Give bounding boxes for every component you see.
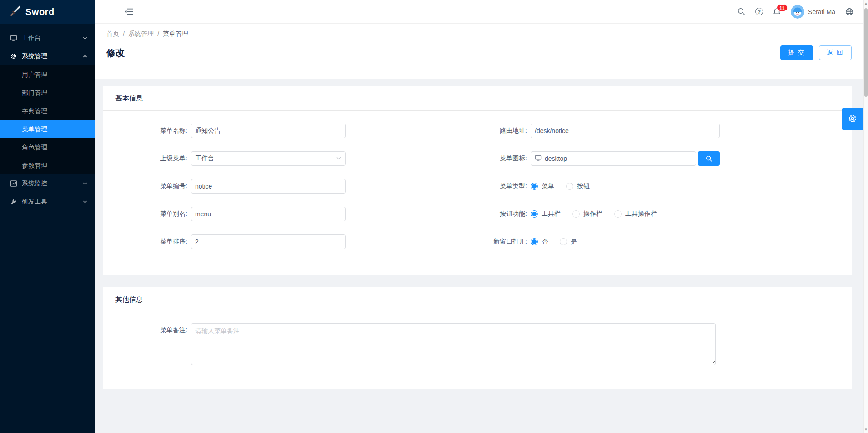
monitor-icon (535, 154, 542, 163)
scrollbar-down-arrow[interactable]: ▼ (864, 428, 868, 432)
menu-icon-label: 菜单图标: (453, 154, 531, 163)
new-window-field: 新窗口打开: 否 是 (453, 234, 841, 249)
other-info-card: 其他信息 菜单备注: (103, 287, 852, 389)
menu-name-input[interactable] (191, 124, 346, 138)
header-buttons: 提 交 返 回 (780, 45, 852, 60)
avatar (791, 5, 804, 19)
breadcrumb-system-mgmt[interactable]: 系统管理 (128, 30, 154, 38)
desktop-icon (10, 35, 18, 42)
back-button[interactable]: 返 回 (819, 45, 852, 60)
search-icon[interactable] (738, 8, 745, 15)
new-window-label: 新窗口打开: (453, 238, 531, 246)
radio-unselected-icon (560, 238, 567, 245)
app-logo[interactable]: Sword (0, 0, 95, 24)
radio-label: 是 (571, 238, 577, 246)
radio-selected-icon (531, 183, 538, 190)
breadcrumb-home[interactable]: 首页 (106, 30, 119, 38)
scrollbar-thumb[interactable] (864, 8, 868, 97)
sidebar-item-dept-mgmt[interactable]: 部门管理 (0, 84, 95, 102)
menu-sort-label: 菜单排序: (114, 238, 191, 246)
chevron-up-icon (83, 54, 87, 59)
sidebar-item-dev-tools[interactable]: 研发工具 (0, 193, 95, 211)
parent-menu-value: 工作台 (195, 154, 336, 163)
menu-remark-textarea[interactable] (191, 323, 716, 365)
radio-label: 菜单 (542, 182, 554, 190)
breadcrumb-separator: / (123, 30, 125, 38)
title-row: 修改 提 交 返 回 (106, 45, 852, 60)
button-func-radio-group: 工具栏 操作栏 工具操作栏 (531, 210, 657, 218)
user-menu[interactable]: Serati Ma (791, 5, 835, 19)
radio-selected-icon (531, 238, 538, 245)
settings-drawer-button[interactable] (842, 108, 863, 130)
sidebar-item-role-mgmt[interactable]: 角色管理 (0, 138, 95, 156)
help-icon[interactable] (755, 8, 763, 15)
scrollbar[interactable]: ▲ ▼ (863, 0, 868, 433)
menu-code-input[interactable] (191, 179, 346, 194)
chevron-down-icon (336, 155, 341, 162)
menu-icon-value: desktop (545, 155, 567, 162)
app-window: Sword 工作台 (0, 0, 868, 433)
sidebar-item-label: 系统监控 (22, 179, 83, 188)
scrollbar-up-arrow[interactable]: ▲ (864, 1, 868, 5)
wrench-icon (10, 198, 18, 206)
topbar: 11 Serati Ma (95, 0, 863, 24)
radio-selected-icon (531, 210, 538, 218)
new-window-radio-group: 否 是 (531, 238, 577, 246)
radio-func-toolbar[interactable]: 工具栏 (531, 210, 561, 218)
radio-label: 工具操作栏 (625, 210, 657, 218)
radio-func-tool-actionbar[interactable]: 工具操作栏 (614, 210, 657, 218)
sidebar-item-system-mgmt[interactable]: 系统管理 (0, 47, 95, 65)
menu-remark-field: 菜单备注: (114, 323, 841, 365)
radio-menu-type-button[interactable]: 按钮 (566, 182, 590, 190)
radio-unselected-icon (614, 210, 622, 218)
menu-sort-input[interactable] (191, 234, 346, 249)
radio-new-window-yes[interactable]: 是 (560, 238, 577, 246)
menu-icon-input[interactable]: desktop (531, 151, 696, 166)
sidebar-item-menu-mgmt[interactable]: 菜单管理 (0, 120, 95, 138)
menu-alias-label: 菜单别名: (114, 210, 191, 218)
sidebar: Sword 工作台 (0, 0, 95, 433)
form-row: 菜单排序: 新窗口打开: 否 (114, 234, 841, 249)
button-func-label: 按钮功能: (453, 210, 531, 218)
notification-bell-icon[interactable]: 11 (773, 8, 781, 16)
icon-search-button[interactable] (698, 151, 720, 166)
sidebar-menu: 工作台 系统管理 用户管理 部门管理 (0, 24, 95, 433)
parent-menu-field: 上级菜单: 工作台 (114, 151, 453, 166)
menu-name-label: 菜单名称: (114, 127, 191, 135)
menu-type-field: 菜单类型: 菜单 按钮 (453, 179, 841, 194)
radio-label: 工具栏 (542, 210, 561, 218)
page-header: 首页 / 系统管理 / 菜单管理 修改 提 交 返 回 (95, 24, 863, 79)
radio-func-actionbar[interactable]: 操作栏 (572, 210, 602, 218)
chevron-down-icon (83, 199, 87, 204)
sidebar-item-workbench[interactable]: 工作台 (0, 29, 95, 47)
menu-type-radio-group: 菜单 按钮 (531, 182, 590, 190)
main-area: 11 Serati Ma (95, 0, 863, 433)
basic-info-title: 基本信息 (103, 86, 852, 111)
sidebar-item-label: 工作台 (22, 34, 83, 42)
parent-menu-select[interactable]: 工作台 (191, 151, 346, 166)
globe-icon[interactable] (845, 8, 853, 16)
sidebar-item-param-mgmt[interactable]: 参数管理 (0, 156, 95, 174)
basic-info-body: 菜单名称: 路由地址: 上级菜单: 工作台 (103, 111, 852, 275)
page-title: 修改 (106, 47, 125, 59)
submit-button[interactable]: 提 交 (780, 45, 813, 60)
radio-unselected-icon (566, 183, 573, 190)
topbar-right: 11 Serati Ma (738, 5, 863, 19)
menu-code-field: 菜单编号: (114, 179, 453, 194)
parent-menu-label: 上级菜单: (114, 154, 191, 163)
menu-alias-field: 菜单别名: (114, 207, 453, 221)
menu-name-field: 菜单名称: (114, 124, 453, 138)
sidebar-item-dict-mgmt[interactable]: 字典管理 (0, 102, 95, 120)
system-mgmt-submenu: 用户管理 部门管理 字典管理 菜单管理 角色管理 参数管理 (0, 65, 95, 174)
breadcrumb-separator: / (157, 30, 159, 38)
menu-code-label: 菜单编号: (114, 182, 191, 190)
other-info-body: 菜单备注: (103, 312, 852, 389)
sidebar-item-system-monitor[interactable]: 系统监控 (0, 174, 95, 193)
menu-alias-input[interactable] (191, 207, 346, 221)
route-path-input[interactable] (531, 124, 720, 138)
radio-new-window-no[interactable]: 否 (531, 238, 548, 246)
menu-fold-icon[interactable] (125, 8, 133, 15)
sword-logo-icon (9, 5, 21, 19)
radio-menu-type-menu[interactable]: 菜单 (531, 182, 554, 190)
sidebar-item-user-mgmt[interactable]: 用户管理 (0, 65, 95, 84)
